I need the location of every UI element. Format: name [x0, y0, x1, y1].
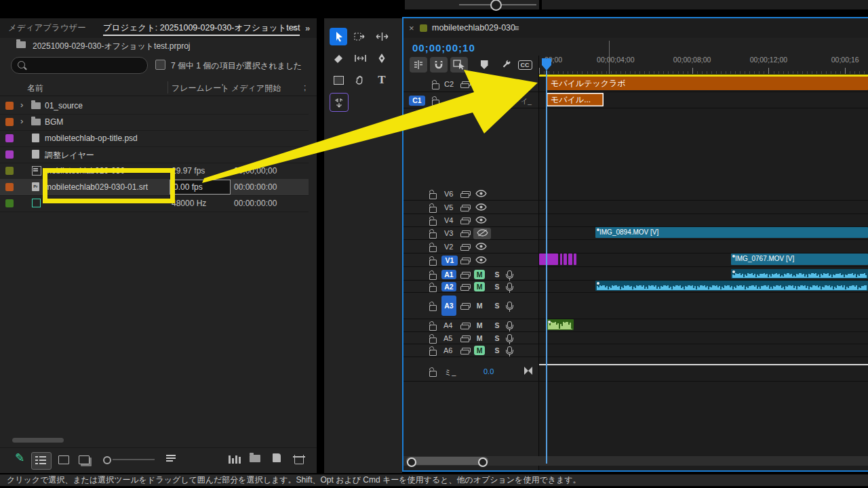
track-target-badge[interactable]: A3 — [441, 296, 456, 316]
column-media-start[interactable]: メディア開始 — [231, 83, 281, 94]
sequence-tab[interactable]: mobiletechlab029-030 — [432, 23, 515, 33]
track-sync-lock-icon[interactable] — [462, 244, 471, 249]
clip-graphic[interactable] — [574, 253, 576, 265]
zoom-handle-right[interactable] — [478, 458, 488, 467]
mute-button[interactable]: M — [474, 301, 485, 310]
clip-IMG_0767.MOV [V][interactable]: IMG_0767.MOV [V] — [731, 253, 868, 265]
voiceover-record-icon[interactable] — [507, 334, 512, 341]
voiceover-record-icon[interactable] — [507, 302, 512, 308]
track-sync-lock-icon[interactable] — [462, 323, 471, 327]
label-color-swatch[interactable] — [5, 183, 14, 191]
mute-button[interactable]: M — [474, 270, 485, 279]
transform-tool[interactable] — [330, 93, 349, 112]
clip-モバイルテックラボ[interactable]: モバイルテックラボ — [547, 77, 868, 90]
playback-slider-knob[interactable] — [490, 0, 502, 11]
expand-chevron-icon[interactable]: › — [20, 116, 23, 126]
horizontal-scrollbar[interactable] — [12, 438, 64, 443]
track-lock-icon[interactable] — [429, 305, 437, 311]
track-lock-icon[interactable] — [429, 371, 437, 377]
bin-row[interactable]: mobiletechlab-op-title.psd — [0, 130, 309, 147]
mute-button[interactable]: M — [474, 333, 485, 343]
solo-button[interactable]: S — [492, 282, 502, 291]
track-name[interactable]: V5 — [444, 203, 453, 211]
track-name[interactable]: V6 — [444, 190, 453, 198]
label-color-swatch[interactable] — [5, 167, 14, 175]
eye-icon[interactable] — [475, 216, 487, 226]
close-icon[interactable]: × — [409, 23, 414, 33]
pen-tool[interactable] — [373, 49, 391, 67]
type-tool[interactable]: T — [373, 71, 391, 89]
voiceover-record-icon[interactable] — [507, 346, 512, 353]
timeline-settings-button[interactable] — [498, 57, 514, 73]
track-select-forward-tool[interactable] — [351, 28, 369, 45]
track-name[interactable]: V4 — [444, 216, 453, 224]
panel-menu-icon[interactable]: ≡ — [292, 18, 297, 38]
add-marker-button[interactable] — [476, 57, 492, 73]
track-sync-lock-icon[interactable] — [462, 348, 471, 352]
solo-button[interactable]: S — [492, 346, 502, 355]
clip-audio[interactable] — [595, 281, 868, 291]
icon-view-button[interactable] — [58, 455, 69, 464]
eye-off-icon[interactable] — [477, 229, 488, 239]
bin-item-label[interactable]: mobiletechlab-op-title.psd — [45, 134, 138, 143]
hand-tool[interactable] — [351, 71, 369, 89]
voiceover-record-icon[interactable] — [507, 283, 512, 289]
breadcrumb[interactable]: 20251009-029-030-オフショットtest.prproj — [33, 41, 190, 52]
framerate-edit-field[interactable]: 0.00 fps — [170, 180, 231, 195]
track-target-badge[interactable]: C1 — [409, 96, 425, 106]
bin-item-label[interactable]: BGM — [45, 117, 63, 127]
track-sync-lock-icon[interactable] — [462, 81, 471, 86]
track-lock-icon[interactable] — [429, 325, 437, 331]
mute-button[interactable]: M — [474, 321, 485, 330]
tab-media-browser[interactable]: メディアブラウザー — [8, 18, 86, 38]
track-lock-icon[interactable] — [429, 260, 437, 266]
solo-button[interactable]: S — [492, 333, 502, 343]
bin-row[interactable]: ›BGM — [0, 114, 309, 131]
master-gain-value[interactable]: 0.0 — [484, 367, 494, 375]
track-target-badge[interactable]: A1 — [441, 270, 456, 279]
eye-icon[interactable] — [475, 243, 487, 252]
automate-to-sequence-icon[interactable] — [229, 454, 242, 464]
label-color-swatch[interactable] — [5, 102, 14, 110]
expand-chevron-icon[interactable]: › — [20, 100, 23, 110]
insert-nest-sequence-button[interactable] — [410, 57, 427, 73]
column-framerate[interactable]: フレームレート — [172, 83, 229, 94]
search-input[interactable] — [11, 57, 148, 74]
eye-icon[interactable] — [475, 256, 487, 266]
list-view-button[interactable] — [31, 452, 52, 470]
search-results-icon[interactable] — [155, 60, 165, 70]
track-lock-icon[interactable] — [429, 220, 437, 226]
label-color-swatch[interactable] — [5, 150, 14, 159]
eye-icon[interactable] — [475, 190, 487, 199]
track-sync-lock-icon[interactable] — [462, 284, 471, 289]
track-sync-lock-icon[interactable] — [462, 218, 471, 222]
master-track-name[interactable]: ミ_ — [444, 367, 456, 378]
track-lock-icon[interactable] — [429, 232, 437, 239]
solo-button[interactable]: S — [492, 270, 502, 279]
captions-button[interactable]: CC — [517, 57, 533, 73]
track-target-badge[interactable]: A2 — [441, 282, 456, 291]
freeform-view-button[interactable] — [79, 455, 90, 464]
time-ruler[interactable]: ;00;0000;00;04;0000;00;08;0000;00;12;000… — [539, 54, 868, 74]
mute-button[interactable]: M — [474, 346, 485, 355]
playhead-line[interactable] — [546, 70, 547, 464]
track-sync-lock-icon[interactable] — [462, 98, 471, 102]
clip-graphic[interactable] — [568, 253, 572, 265]
slip-tool[interactable] — [351, 49, 369, 67]
track-name[interactable]: A4 — [443, 321, 452, 329]
playhead-timecode[interactable]: 00;00;00;10 — [412, 42, 475, 54]
track-name[interactable]: V3 — [444, 229, 453, 237]
bin-item-label[interactable]: mobiletechlab029-030 — [45, 166, 125, 176]
timeline-zoom-scrollbar[interactable] — [403, 456, 868, 466]
mute-button[interactable]: M — [474, 282, 485, 291]
voiceover-record-icon[interactable] — [507, 321, 512, 328]
track-sync-lock-icon[interactable] — [462, 191, 471, 196]
track-name[interactable]: A6 — [443, 346, 452, 354]
track-sync-lock-icon[interactable] — [462, 336, 471, 340]
bin-row[interactable]: 調整レイヤー — [0, 146, 309, 163]
zoom-out-icon[interactable] — [103, 456, 111, 464]
track-name[interactable]: A5 — [443, 334, 452, 342]
label-color-swatch[interactable] — [5, 199, 14, 207]
razor-tool[interactable] — [330, 49, 347, 67]
tab-overflow-icon[interactable]: » — [305, 18, 310, 38]
